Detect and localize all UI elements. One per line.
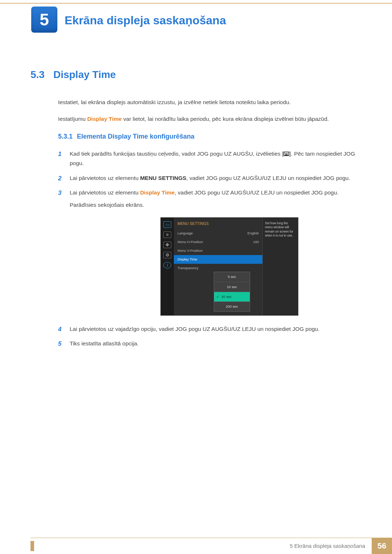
osd-option: 5 sec [214, 272, 250, 282]
page-number: 56 [372, 538, 392, 554]
step-3: 3 Lai pārvietotos uz elementu Display Ti… [58, 188, 361, 316]
section-heading: 5.3Display Time [30, 69, 361, 81]
chapter-number-badge: 5 [31, 7, 57, 33]
footer-accent [30, 541, 34, 551]
subsection-number: 5.3.1 [58, 133, 73, 140]
step-number: 4 [58, 324, 61, 335]
section-title: Display Time [53, 69, 116, 80]
page-footer: 5 Ekrāna displeja saskaņošana 56 [0, 538, 392, 554]
step-2: 2 Lai pārvietotos uz elementu MENU SETTI… [58, 173, 361, 183]
osd-main: MENU SETTINGS LanguageEnglish Menu H-Pos… [174, 218, 262, 315]
step-number: 5 [58, 339, 61, 349]
footer-chapter-label: 5 Ekrāna displeja saskaņošana [290, 543, 365, 549]
step-number: 3 [58, 188, 61, 198]
subsection-title: Elementa Display Time konfigurēšana [77, 133, 195, 140]
intro-paragraph-2: Iestatījumu Display Time var lietot, lai… [58, 115, 361, 123]
step-number: 1 [58, 149, 61, 160]
info-icon: i [163, 262, 171, 268]
osd-side-help: Set how long the menu window will remain… [262, 218, 298, 315]
osd-row-v-position: Menu V-Position [174, 246, 262, 255]
monitor-icon: ▭ [163, 221, 171, 228]
move-icon: ✥ [163, 242, 171, 248]
intro-paragraph-1: Iestatiet, lai ekrāna displejs automātis… [58, 98, 361, 107]
gear-icon: ⚙ [163, 252, 171, 258]
menu-icon [283, 152, 289, 156]
list-icon: ≡ [163, 231, 171, 238]
osd-row-transparency: Transparency [174, 264, 262, 272]
step-5: 5 Tiks iestatīta atlasītā opcija. [58, 339, 361, 348]
step-number: 2 [58, 173, 61, 184]
osd-panel: ▭ ≡ ✥ ⚙ i MENU SETTINGS LanguageEnglish … [160, 217, 298, 316]
osd-icon-column: ▭ ≡ ✥ ⚙ i [161, 218, 174, 315]
chapter-title: Ekrāna displeja saskaņošana [65, 14, 226, 27]
osd-row-display-time: Display Time [174, 255, 262, 264]
osd-row-language: LanguageEnglish [174, 229, 262, 238]
osd-option: 10 sec [214, 282, 250, 292]
osd-option: 200 sec [214, 302, 250, 311]
osd-title: MENU SETTINGS [174, 221, 262, 229]
osd-option-selected: 20 sec [214, 292, 250, 302]
subsection-heading: 5.3.1Elementa Display Time konfigurēšana [58, 133, 361, 140]
step-4: 4 Lai pārvietotos uz vajadzīgo opciju, v… [58, 324, 361, 334]
header-rule [0, 3, 392, 4]
step-1: 1 Kad tiek parādīts funkcijas taustiņu c… [58, 149, 361, 168]
footer-rule [30, 538, 392, 538]
section-number: 5.3 [30, 69, 45, 80]
osd-row-h-position: Menu H-Position100 [174, 238, 262, 246]
osd-dropdown: 5 sec 10 sec 20 sec 200 sec [214, 272, 250, 312]
